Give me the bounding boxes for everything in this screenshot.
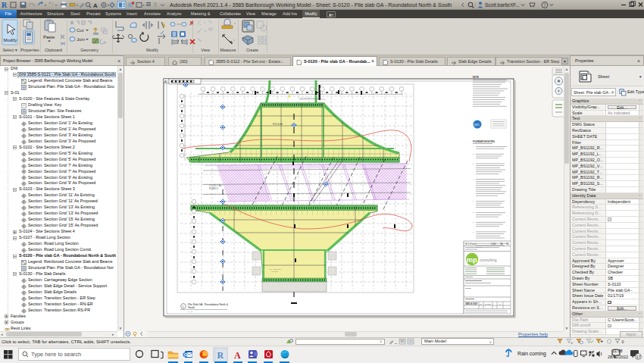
svg-text:SB: SB <box>506 243 509 246</box>
svg-text:mp: mp <box>467 255 477 264</box>
svg-text:WORKS X: WORKS X <box>209 187 219 190</box>
svg-text:South: South <box>188 306 195 309</box>
svg-text:X 1,250 LT AD: X 1,250 LT AD <box>209 184 222 187</box>
svg-text:1.: 1. <box>473 146 474 148</box>
svg-text:Cut: Cut <box>77 28 84 33</box>
svg-text:SB: SB <box>500 243 503 246</box>
svg-text:A: A <box>234 350 241 361</box>
svg-text:2.: 2. <box>473 221 474 224</box>
svg-text:Modify: Modify <box>4 38 17 42</box>
svg-text:consulting: consulting <box>480 258 497 262</box>
svg-text:concrete: concrete <box>271 271 279 273</box>
svg-text:2.: 2. <box>473 153 474 155</box>
svg-text:5.: 5. <box>473 200 474 202</box>
svg-text:Join: Join <box>77 37 85 42</box>
svg-text:Scott.bartleXF...: Scott.bartleXF... <box>485 2 520 8</box>
svg-text:3.: 3. <box>473 163 474 165</box>
svg-text:5.: 5. <box>473 231 474 233</box>
svg-text:1:250: 1:250 <box>491 243 496 246</box>
svg-text:engineers: engineers <box>480 263 495 264</box>
svg-text:RCS (Fixed): RCS (Fixed) <box>465 243 476 246</box>
svg-text:3585-S-0120: 3585-S-0120 <box>465 302 478 305</box>
svg-text:QWC: QWC <box>474 124 480 127</box>
svg-text:4.: 4. <box>473 178 474 180</box>
svg-text:Cut Off Pile Level 52.350: Cut Off Pile Level 52.350 <box>300 97 321 99</box>
svg-text:A: A <box>93 2 98 9</box>
svg-text:Rain coming: Rain coming <box>517 351 546 357</box>
svg-text:?: ? <box>543 2 546 8</box>
svg-text:17: 17 <box>636 355 641 359</box>
svg-text:O: O <box>184 352 188 357</box>
svg-text:Paste: Paste <box>43 35 55 39</box>
svg-text:Pile Slab GA - Roundabout Nor: Pile Slab GA - Roundabout North & <box>188 303 229 306</box>
svg-text:FOUNDATION NOTES: FOUNDATION NOTES <box>473 140 495 143</box>
svg-text:S-0120: S-0120 <box>485 303 491 305</box>
svg-text:0: 0 <box>622 340 624 344</box>
svg-text:1 : 50: 1 : 50 <box>188 311 193 313</box>
svg-text:A1: A1 <box>164 80 167 83</box>
svg-text:NOTE: NOTE <box>473 76 479 79</box>
svg-text:R: R <box>2 1 8 9</box>
svg-text:2.: 2. <box>473 211 474 214</box>
svg-text:PILE SLAB: PILE SLAB <box>273 123 283 126</box>
